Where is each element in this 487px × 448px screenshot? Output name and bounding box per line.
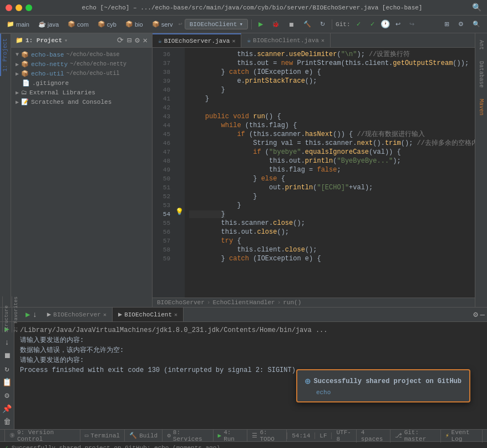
java-breadcrumb[interactable]: ☕ java (35, 19, 62, 29)
services-icon: ⚙ (167, 432, 171, 439)
stop-button[interactable]: ⏹ (285, 20, 298, 29)
build-item[interactable]: 🔨 Build (125, 430, 163, 441)
tab-label-1: BIOEchoServer.java (164, 38, 230, 44)
run-tab-label-1: BIOEchoServer (53, 311, 101, 318)
run-item[interactable]: ▶ 4: Run (214, 430, 248, 441)
breadcrumb-item-1[interactable]: BIOEchoServer (157, 299, 205, 306)
terminal-item[interactable]: ▭ Terminal (80, 430, 125, 441)
close-button[interactable] (6, 4, 12, 11)
scratch-icon: 📝 (21, 98, 29, 105)
ext-libs-icon: 🗂 (21, 89, 27, 96)
tree-item-echo-base[interactable]: ▼ 📦 echo-base ~/echo/echo-base (11, 50, 152, 59)
arrow-icon-4: ▶ (16, 89, 19, 96)
run-settings-btn[interactable]: ⚙ (2, 390, 12, 400)
git-branch-item[interactable]: ⎇ Git: master (390, 429, 441, 442)
module-icon-2: 📦 (21, 61, 29, 68)
stop-run-icon[interactable]: ↓ (32, 310, 37, 319)
event-log-item[interactable]: ⚡ Event Log (441, 429, 483, 442)
vc-label: 9: Version Control (17, 429, 75, 442)
run-rerun-btn[interactable]: ↻ (2, 364, 12, 374)
run-button[interactable]: ▶ (255, 19, 266, 29)
project-actions[interactable]: ⟳ ⊟ ⚙ ✕ (117, 36, 148, 45)
run-stop-btn[interactable]: ⏹ (2, 351, 12, 361)
sync-icon[interactable]: ⟳ (117, 36, 124, 45)
git-branch-text: Git: master (404, 429, 436, 442)
services-item[interactable]: ⚙ 8: Services (163, 430, 213, 441)
search-toolbar-button[interactable]: 🔍 (469, 19, 484, 29)
run-pin-btn[interactable]: 📌 (2, 404, 12, 414)
reload-button[interactable]: ↻ (317, 19, 328, 29)
project-panel-tab[interactable]: 1: Project (0, 33, 11, 76)
build-icon: 🔨 (129, 432, 137, 439)
forward-button[interactable]: ↪ (406, 19, 418, 29)
run-tab-close-1[interactable]: ✕ (103, 311, 106, 318)
notification-subtitle[interactable]: echo (305, 389, 461, 396)
code-content[interactable]: this.scanner.useDelimiter("\n"); //设置换行符… (185, 48, 475, 298)
maximize-button[interactable] (26, 4, 32, 11)
file-icon: 📄 (22, 79, 30, 87)
run-dump-btn[interactable]: 📋 (2, 377, 12, 387)
run-icon-2: ▶ (118, 310, 122, 319)
search-icon[interactable]: 🔍 (472, 3, 481, 12)
tree-item-scratches[interactable]: ▶ 📝 Scratches and Consoles (11, 97, 152, 107)
run-tab-client[interactable]: ▶ BIOEchoClient ✕ (113, 308, 184, 321)
breadcrumb-item-2[interactable]: EchoClientHandler (212, 299, 275, 306)
tree-item-echo-util[interactable]: ▶ 📦 echo-util ~/echo/echo-util (11, 69, 152, 78)
version-control-item[interactable]: ⑨ 9: Version Control (4, 430, 80, 441)
git-tick-button[interactable]: ✓ (367, 19, 378, 29)
toolbar: 📁 main ☕ java 📦 com 📦 cyb 📦 bio 📦 serv ↩… (0, 16, 487, 33)
tab-bioechoserver[interactable]: ☕ BIOEchoServer.java ✕ (153, 33, 241, 47)
event-log-icon: ⚡ (445, 432, 449, 439)
settings-run-icon[interactable]: ⚙ (473, 310, 478, 319)
serv-breadcrumb[interactable]: 📦 serv (149, 19, 176, 29)
close-panel-icon[interactable]: ✕ (143, 36, 148, 45)
window-controls[interactable] (6, 4, 32, 11)
todo-item[interactable]: ☰ 6: TODO (247, 430, 287, 441)
tab-close-2[interactable]: ✕ (321, 37, 324, 44)
cyb-breadcrumb[interactable]: 📦 cyb (94, 19, 120, 29)
line-numbers: 36 37 38 39 40 41 42 43 44 45 46 47 48 4… (153, 48, 174, 298)
tab-bioechoclient[interactable]: ☕ BIOEchoClient.java ✕ (241, 33, 330, 47)
arrow-icon-3: ▶ (16, 71, 19, 77)
ant-tab[interactable]: Ant (477, 36, 485, 54)
tree-item-ext-libs[interactable]: ▶ 🗂 External Libraries (11, 88, 152, 97)
file-selector[interactable]: BIOEchoClient ▾ (185, 19, 248, 29)
window-title: echo [~/echo] – .../echo-base/src/main/j… (32, 4, 472, 11)
encoding-item[interactable]: UTF-8 (332, 429, 356, 442)
com-breadcrumb[interactable]: 📦 com (64, 19, 92, 29)
structure-tab[interactable]: Structure (2, 296, 11, 333)
event-log-text: Event Log (452, 429, 478, 442)
breadcrumb-item-3[interactable]: run() (283, 299, 301, 306)
tree-item-gitignore[interactable]: 📄 .gitignore (11, 78, 152, 88)
indent-item[interactable]: 4 spaces (357, 429, 390, 442)
run-down-btn[interactable]: ↓ (2, 338, 12, 348)
database-tab[interactable]: Database (477, 57, 485, 92)
main-breadcrumb[interactable]: 📁 main (3, 19, 33, 29)
git-check-button[interactable]: ✓ (353, 19, 364, 29)
tree-item-echo-netty[interactable]: ▶ 📦 echo-netty ~/echo/echo-netty (11, 59, 152, 69)
lf-item[interactable]: LF (315, 432, 332, 439)
maven-tab[interactable]: Maven (477, 94, 485, 120)
terminal-button[interactable]: ⊞ (441, 19, 453, 29)
run-trash-btn[interactable]: 🗑 (2, 417, 12, 427)
run-tab-close-2[interactable]: ✕ (174, 311, 177, 318)
run-green-icon[interactable]: ▶ (26, 310, 30, 319)
tab-close-1[interactable]: ✕ (232, 38, 235, 44)
arrow-icon-2: ▶ (16, 61, 19, 68)
minimize-run-icon[interactable]: — (480, 310, 485, 319)
collapse-icon[interactable]: ⊟ (127, 36, 131, 45)
arrow-icon: ▼ (16, 52, 19, 58)
build-button[interactable]: 🔨 (300, 19, 314, 29)
position-item[interactable]: 54:14 (287, 432, 315, 439)
project-header: 📁 1: Project ▾ ⟳ ⊟ ⚙ ✕ (11, 33, 152, 48)
minimize-button[interactable] (16, 4, 22, 11)
debug-button[interactable]: 🐞 (268, 19, 283, 29)
back-button[interactable]: ↩ (392, 19, 404, 29)
run-tab-server[interactable]: ▶ BIOEchoServer ✕ (42, 308, 113, 321)
github-notification: ⊕ Successfully shared project on GitHub … (296, 369, 470, 402)
settings-button[interactable]: ⚙ (455, 19, 467, 29)
code-editor: 36 37 38 39 40 41 42 43 44 45 46 47 48 4… (153, 48, 475, 298)
settings-icon[interactable]: ⚙ (135, 36, 139, 45)
bio-breadcrumb[interactable]: 📦 bio (122, 19, 146, 29)
project-label: 1: Project (26, 37, 62, 44)
